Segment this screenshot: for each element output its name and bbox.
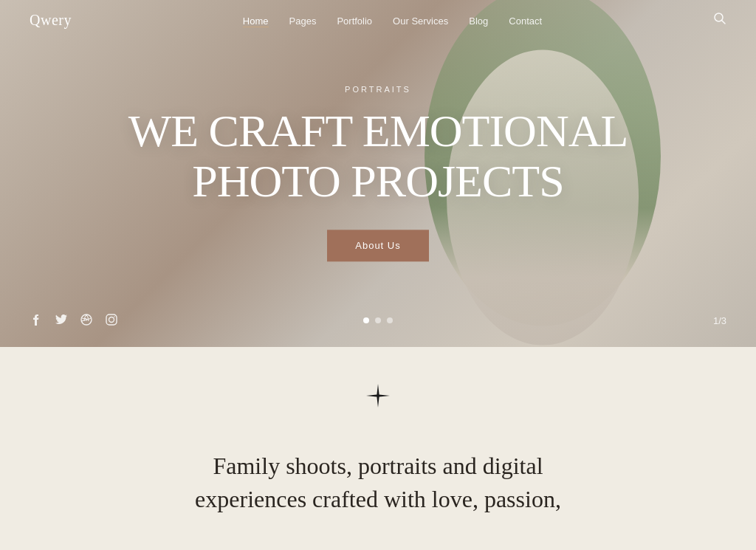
facebook-icon[interactable] xyxy=(30,313,43,326)
slide-counter: 1/3 xyxy=(713,315,726,326)
svg-point-4 xyxy=(109,317,114,323)
slide-dot-3[interactable] xyxy=(387,317,393,323)
nav-links: Home Pages Portfolio Our Services Blog C… xyxy=(243,14,542,27)
nav-item-home[interactable]: Home xyxy=(243,14,269,27)
navbar: Qwery Home Pages Portfolio Our Services … xyxy=(0,0,756,41)
twitter-icon[interactable] xyxy=(55,313,68,326)
nav-item-blog[interactable]: Blog xyxy=(469,14,488,27)
instagram-icon[interactable] xyxy=(105,313,118,326)
hero-title: WE CRAFT EMOTIONAL PHOTO PROJECTS xyxy=(120,106,636,206)
social-icons xyxy=(30,313,118,326)
hero-content: PORTRAITS WE CRAFT EMOTIONAL PHOTO PROJE… xyxy=(120,85,636,261)
about-us-button[interactable]: About Us xyxy=(327,230,428,262)
dribbble-icon[interactable] xyxy=(80,313,93,326)
brand-logo[interactable]: Qwery xyxy=(30,12,72,29)
nav-item-contact[interactable]: Contact xyxy=(509,14,542,27)
nav-item-pages[interactable]: Pages xyxy=(289,14,317,27)
lower-body-text: Family shoots, portraits and digital exp… xyxy=(195,450,561,516)
lower-section: Family shoots, portraits and digital exp… xyxy=(0,347,756,550)
svg-line-1 xyxy=(722,21,726,24)
star-icon xyxy=(366,384,390,429)
search-icon[interactable] xyxy=(713,12,726,29)
slide-dot-2[interactable] xyxy=(375,317,381,323)
svg-marker-6 xyxy=(366,384,390,408)
hero-subtitle: PORTRAITS xyxy=(120,85,636,94)
slide-dot-1[interactable] xyxy=(363,317,369,323)
nav-item-portfolio[interactable]: Portfolio xyxy=(337,14,372,27)
slide-indicators xyxy=(363,317,393,323)
hero-section: Qwery Home Pages Portfolio Our Services … xyxy=(0,0,756,347)
svg-rect-3 xyxy=(106,314,117,325)
svg-point-5 xyxy=(114,316,115,317)
nav-item-services[interactable]: Our Services xyxy=(393,14,448,27)
